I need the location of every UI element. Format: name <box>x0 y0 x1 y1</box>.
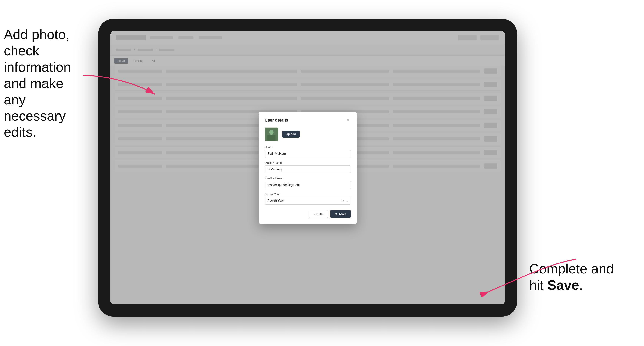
user-details-modal: User details × <box>258 112 357 224</box>
close-icon: × <box>347 118 349 123</box>
name-field-group: Name <box>264 146 351 158</box>
modal-header: User details × <box>264 118 351 123</box>
email-field-group: Email address <box>264 177 351 189</box>
email-input[interactable] <box>264 181 351 189</box>
display-name-label: Display name <box>264 161 351 164</box>
clear-school-year-button[interactable]: × <box>342 199 345 203</box>
upload-photo-button[interactable]: Upload <box>282 131 300 138</box>
save-icon: ⬆ <box>335 212 337 216</box>
save-button[interactable]: ⬆ Save <box>330 210 351 218</box>
modal-overlay: User details × <box>110 31 505 304</box>
avatar-thumbnail <box>264 127 278 141</box>
display-name-field-group: Display name <box>264 161 351 173</box>
save-button-label: Save <box>339 212 346 216</box>
left-annotation: Add photo, check information and make an… <box>4 26 76 140</box>
modal-close-button[interactable]: × <box>346 118 351 123</box>
name-input[interactable] <box>264 150 351 158</box>
svg-point-1 <box>269 130 274 135</box>
school-year-field-group: School Year × ⌄ <box>264 192 351 205</box>
modal-footer: Cancel ⬆ Save <box>264 210 351 218</box>
school-year-select-wrapper: × ⌄ <box>264 197 351 205</box>
tablet-screen: / / Active Pending All <box>110 31 505 304</box>
display-name-input[interactable] <box>264 166 351 173</box>
school-year-input[interactable] <box>264 197 351 205</box>
school-year-label: School Year <box>264 192 351 196</box>
photo-row: Upload <box>264 127 351 141</box>
svg-rect-3 <box>268 135 276 141</box>
name-label: Name <box>264 146 351 149</box>
modal-title: User details <box>264 118 288 123</box>
right-annotation: Complete and hit Save. <box>529 261 614 293</box>
select-controls: × ⌄ <box>342 199 349 203</box>
email-label: Email address <box>264 177 351 180</box>
chevron-down-icon[interactable]: ⌄ <box>346 199 349 202</box>
cancel-button[interactable]: Cancel <box>308 210 328 218</box>
tablet-frame: / / Active Pending All <box>98 19 517 317</box>
